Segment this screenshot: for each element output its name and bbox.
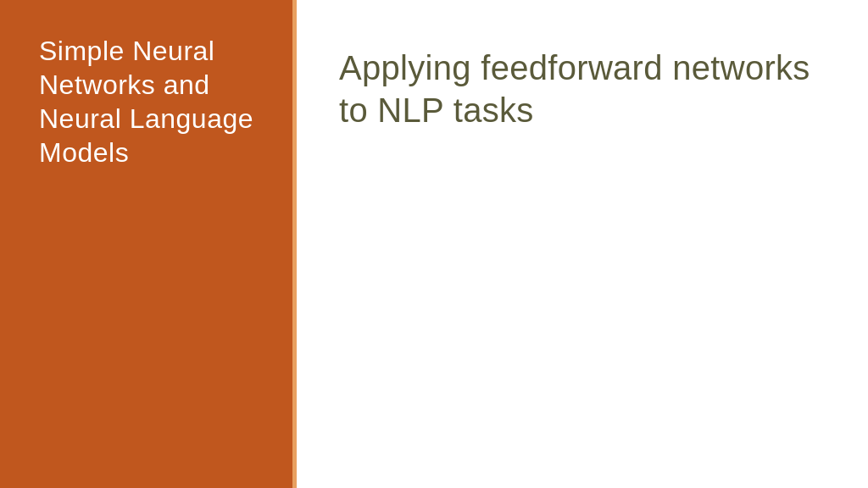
sidebar: Simple Neural Networks and Neural Langua… [0, 0, 292, 488]
sidebar-title: Simple Neural Networks and Neural Langua… [39, 34, 259, 169]
main-heading: Applying feedforward networks to NLP tas… [339, 47, 817, 131]
main-content: Applying feedforward networks to NLP tas… [297, 0, 868, 488]
